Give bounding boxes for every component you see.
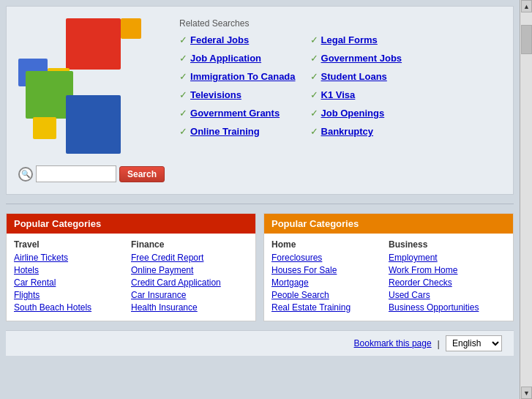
cat-col-travel: Travel Airline TicketsHotelsCar RentalFl…: [14, 239, 131, 315]
related-item-televisions: ✓Televisions: [179, 89, 296, 100]
scroll-down-btn[interactable]: ▼: [521, 387, 532, 399]
cat-link-work-from-home[interactable]: Work From Home: [389, 265, 506, 275]
scrollbar-thumb[interactable]: [521, 25, 532, 54]
cat-link-online-payment[interactable]: Online Payment: [131, 265, 248, 275]
separator: |: [438, 338, 440, 349]
top-section: 🔍 Search Related Searches ✓Federal Jobs✓…: [6, 6, 514, 195]
category-box-right: Popular Categories Home ForeclosuresHous…: [263, 213, 514, 321]
related-link-job-application[interactable]: Job Application: [190, 53, 261, 64]
cat-link-business-opportunities[interactable]: Business Opportunities: [389, 302, 506, 313]
search-icon: 🔍: [18, 167, 33, 182]
check-icon: ✓: [179, 71, 187, 82]
cat-col-home: Home ForeclosuresHouses For SaleMortgage…: [271, 239, 389, 315]
related-item-government-grants: ✓Government Grants: [179, 108, 296, 119]
related-link-government-jobs[interactable]: Government Jobs: [321, 53, 402, 64]
cat-col-finance: Finance Free Credit ReportOnline Payment…: [131, 239, 248, 315]
related-item-legal-forms: ✓Legal Forms: [310, 34, 402, 45]
related-link-federal-jobs[interactable]: Federal Jobs: [190, 34, 249, 45]
category-box-left: Popular Categories Travel Airline Ticket…: [6, 213, 256, 321]
cat-link-hotels[interactable]: Hotels: [14, 265, 131, 275]
related-item-government-jobs: ✓Government Jobs: [310, 53, 402, 64]
related-link-government-grants[interactable]: Government Grants: [190, 108, 280, 119]
cat-col-business: Business EmploymentWork From HomeReorder…: [389, 239, 506, 315]
related-link-k1-visa[interactable]: K1 Visa: [321, 89, 356, 100]
check-icon: ✓: [310, 89, 318, 100]
cat-link-south-beach-hotels[interactable]: South Beach Hotels: [14, 302, 131, 313]
related-link-job-openings[interactable]: Job Openings: [321, 108, 385, 119]
related-item-student-loans: ✓Student Loans: [310, 71, 402, 82]
cat-link-free-credit-report[interactable]: Free Credit Report: [131, 253, 248, 263]
check-icon: ✓: [179, 108, 187, 119]
related-item-online-training: ✓Online Training: [179, 126, 296, 137]
cat-link-health-insurance[interactable]: Health Insurance: [131, 302, 248, 313]
bookmark-link[interactable]: Bookmark this page: [354, 338, 432, 348]
category-header-left: Popular Categories: [7, 214, 255, 234]
scroll-up-btn[interactable]: ▲: [521, 0, 532, 12]
cat-link-credit-card-application[interactable]: Credit Card Application: [131, 277, 248, 288]
cat-link-people-search[interactable]: People Search: [271, 290, 389, 300]
cat-link-employment[interactable]: Employment: [389, 253, 506, 263]
related-columns: ✓Federal Jobs✓Job Application✓Immigratio…: [179, 34, 501, 137]
scrollbar-track: ▲ ▼: [520, 0, 532, 399]
category-body-left: Travel Airline TicketsHotelsCar RentalFl…: [7, 234, 255, 321]
cat-link-mortgage[interactable]: Mortgage: [271, 277, 389, 288]
check-icon: ✓: [310, 108, 318, 119]
category-body-right: Home ForeclosuresHouses For SaleMortgage…: [264, 234, 513, 321]
check-icon: ✓: [310, 53, 318, 64]
check-icon: ✓: [179, 89, 187, 100]
language-select[interactable]: EnglishEspañolFrançaisDeutsch: [446, 335, 502, 351]
categories-wrapper: Popular Categories Travel Airline Ticket…: [6, 213, 514, 321]
related-link-televisions[interactable]: Televisions: [190, 89, 241, 100]
related-link-legal-forms[interactable]: Legal Forms: [321, 34, 378, 45]
logo-sq-yellow-bot: [33, 117, 56, 139]
search-area: 🔍 Search: [18, 165, 165, 182]
check-icon: ✓: [179, 53, 187, 64]
related-link-online-training[interactable]: Online Training: [190, 126, 260, 137]
related-item-job-openings: ✓Job Openings: [310, 108, 402, 119]
logo-sq-orange-tr: [121, 18, 141, 39]
cat-link-airline-tickets[interactable]: Airline Tickets: [14, 253, 131, 263]
related-item-bankruptcy: ✓Bankruptcy: [310, 126, 402, 137]
section-divider: [6, 204, 514, 204]
logo-sq-blue-big: [66, 95, 121, 154]
related-item-immigration-canada: ✓Immigration To Canada: [179, 71, 296, 82]
related-item-federal-jobs: ✓Federal Jobs: [179, 34, 296, 45]
logo-sq-red: [66, 18, 121, 70]
search-input[interactable]: [36, 165, 116, 182]
related-col-2: ✓Legal Forms✓Government Jobs✓Student Loa…: [310, 34, 402, 137]
check-icon: ✓: [310, 71, 318, 82]
cat-link-foreclosures[interactable]: Foreclosures: [271, 253, 389, 263]
related-section: Related Searches ✓Federal Jobs✓Job Appli…: [179, 18, 501, 137]
related-label: Related Searches: [179, 18, 501, 29]
cat-link-car-insurance[interactable]: Car Insurance: [131, 290, 248, 300]
bottom-bar: Bookmark this page | EnglishEspañolFranç…: [6, 330, 514, 356]
cat-title-business: Business: [389, 239, 506, 250]
related-link-student-loans[interactable]: Student Loans: [321, 71, 387, 82]
logo-area: 🔍 Search: [18, 18, 165, 182]
check-icon: ✓: [179, 34, 187, 45]
category-header-right: Popular Categories: [264, 214, 513, 234]
check-icon: ✓: [179, 126, 187, 137]
related-link-bankruptcy[interactable]: Bankruptcy: [321, 126, 374, 137]
related-col-1: ✓Federal Jobs✓Job Application✓Immigratio…: [179, 34, 296, 137]
cat-title-travel: Travel: [14, 239, 131, 250]
related-link-immigration-canada[interactable]: Immigration To Canada: [190, 71, 296, 82]
related-item-k1-visa: ✓K1 Visa: [310, 89, 402, 100]
cat-link-used-cars[interactable]: Used Cars: [389, 290, 506, 300]
related-item-job-application: ✓Job Application: [179, 53, 296, 64]
cat-title-finance: Finance: [131, 239, 248, 250]
cat-link-houses-for-sale[interactable]: Houses For Sale: [271, 265, 389, 275]
cat-link-car-rental[interactable]: Car Rental: [14, 277, 131, 288]
check-icon: ✓: [310, 126, 318, 137]
search-button[interactable]: Search: [119, 166, 165, 182]
check-icon: ✓: [310, 34, 318, 45]
cat-link-real-estate-training[interactable]: Real Estate Training: [271, 302, 389, 313]
logo-squares: [18, 18, 143, 161]
cat-title-home: Home: [271, 239, 389, 250]
cat-link-reorder-checks[interactable]: Reorder Checks: [389, 277, 506, 288]
cat-link-flights[interactable]: Flights: [14, 290, 131, 300]
